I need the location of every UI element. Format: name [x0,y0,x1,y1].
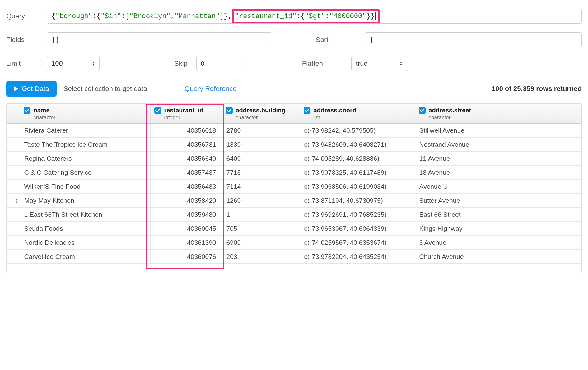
col-header-name[interactable]: name character [20,104,150,124]
get-data-label: Get Data [22,85,49,93]
query-reference-link[interactable]: Query Reference [184,85,237,93]
col-header-restaurant-id[interactable]: restaurant_id integer [150,104,222,124]
row-handle [7,250,20,264]
cell-street: Stillwell Avenue [415,124,581,138]
cell-name: Nordic Delicacies [20,236,150,250]
row-handle [7,138,20,152]
col-header-address-coord[interactable]: address.coord list [300,104,415,124]
cell-street: 18 Avenue [415,166,581,180]
cell-coord: c(-73.9653967, 40.6064339) [300,222,415,236]
cell-building: 7715 [222,166,300,180]
query-row: Query {"borough":{"$in":["Brooklyn","Man… [6,9,582,24]
cell-street: 11 Avenue [415,152,581,166]
sort-input[interactable]: {} [365,32,582,47]
table-row[interactable]: Carvel Ice Cream40360076203c(-73.9782204… [7,250,581,264]
table-row[interactable]: C & C Catering Service403574377715c(-73.… [7,166,581,180]
cell-building: 1839 [222,138,300,152]
cell-restaurant-id: 40358429 [150,194,222,208]
fields-sort-row: Fields {} Sort {} [6,32,582,47]
cell-building: 2780 [222,124,300,138]
results-table: name character restaurant_id integer add… [7,104,581,264]
cell-name: Riviera Caterer [20,124,150,138]
cell-coord: c(-73.871194, 40.6730975) [300,194,415,208]
table-row[interactable]: Regina Caterers403566496409c(-74.005289,… [7,152,581,166]
results-table-wrap: name character restaurant_id integer add… [6,103,582,273]
cell-restaurant-id: 40360045 [150,222,222,236]
status-suffix: rows returned [534,85,582,93]
col-header-address-building[interactable]: address.building character [222,104,300,124]
select-arrows-icon: ▲▼ [92,61,95,66]
cell-street: 3 Avenue [415,236,581,250]
query-text-lead: {"borough":{"$in":["Brooklyn","Manhattan… [51,12,232,20]
checkbox-icon[interactable] [154,107,161,114]
checkbox-icon[interactable] [226,107,233,114]
select-arrows-icon: ▲▼ [399,61,403,66]
table-row[interactable]: Seuda Foods40360045705c(-73.9653967, 40.… [7,222,581,236]
table-row[interactable]: Taste The Tropics Ice Cream403567311839c… [7,138,581,152]
cell-restaurant-id: 40357437 [150,166,222,180]
table-header-row: name character restaurant_id integer add… [7,104,581,124]
row-handle [7,166,20,180]
cell-restaurant-id: 40360076 [150,250,222,264]
cell-coord: c(-74.0259567, 40.6353674) [300,236,415,250]
cell-restaurant-id: 40356483 [150,180,222,194]
cell-coord: c(-73.9482609, 40.6408271) [300,138,415,152]
get-data-button[interactable]: Get Data [6,81,57,97]
cell-restaurant-id: 40356018 [150,124,222,138]
cell-building: 203 [222,250,300,264]
row-handle: .. [7,180,20,194]
limit-value: 100 [51,59,63,68]
row-handle [7,236,20,250]
cell-street: Avenue U [415,180,581,194]
cell-coord: c(-73.9068506, 40.6199034) [300,180,415,194]
cell-name: C & C Catering Service [20,166,150,180]
limit-select[interactable]: 100 ▲▼ [47,56,100,71]
table-footer-spacer [7,264,581,273]
cell-restaurant-id: 40359480 [150,208,222,222]
cell-coord: c(-74.005289, 40.628886) [300,152,415,166]
cell-building: 705 [222,222,300,236]
table-row[interactable]: ..Wilken'S Fine Food403564837114c(-73.90… [7,180,581,194]
cell-name: Wilken'S Fine Food [20,180,150,194]
skip-input[interactable]: 0 [196,56,246,71]
checkbox-icon[interactable] [24,107,30,114]
cell-building: 6909 [222,236,300,250]
cell-street: Church Avenue [415,250,581,264]
table-row[interactable]: Riviera Caterer403560182780c(-73.98242, … [7,124,581,138]
fields-input[interactable]: {} [47,32,272,47]
col-header-address-street[interactable]: address.street character [415,104,581,124]
status-count: 100 of 25,359 [492,85,534,93]
query-label: Query [6,12,47,20]
cell-name: May May Kitchen [20,194,150,208]
text-cursor [375,12,376,20]
cell-building: 7114 [222,180,300,194]
table-row[interactable]: Nordic Delicacies403613906909c(-74.02595… [7,236,581,250]
table-body: Riviera Caterer403560182780c(-73.98242, … [7,124,581,264]
checkbox-icon[interactable] [304,107,310,114]
cell-coord: c(-73.9692691, 40.7685235) [300,208,415,222]
action-row: Get Data Select collection to get data Q… [6,81,582,97]
query-highlight: "restaurant_id":{"$gt":"4000000"}} [232,9,380,24]
cell-coord: c(-73.9973325, 40.6117489) [300,166,415,180]
cell-restaurant-id: 40356649 [150,152,222,166]
cell-restaurant-id: 40356731 [150,138,222,152]
cell-building: 1269 [222,194,300,208]
checkbox-icon[interactable] [419,107,426,114]
limit-label: Limit [6,59,47,68]
cell-name: 1 East 66Th Street Kitchen [20,208,150,222]
skip-label: Skip [174,59,188,68]
row-handle [7,222,20,236]
cell-name: Seuda Foods [20,222,150,236]
cell-restaurant-id: 40361390 [150,236,222,250]
sort-label: Sort [316,36,356,44]
flatten-label: Flatten [302,59,343,68]
row-handle-header [7,104,20,124]
table-row[interactable]: 1 East 66Th Street Kitchen403594801c(-73… [7,208,581,222]
table-row[interactable]: )May May Kitchen403584291269c(-73.871194… [7,194,581,208]
cell-building: 6409 [222,152,300,166]
play-icon [14,86,18,92]
flatten-select[interactable]: true ▲▼ [351,56,407,71]
hint-text: Select collection to get data [63,85,147,93]
cell-name: Carvel Ice Cream [20,250,150,264]
query-input[interactable]: {"borough":{"$in":["Brooklyn","Manhattan… [47,9,582,24]
